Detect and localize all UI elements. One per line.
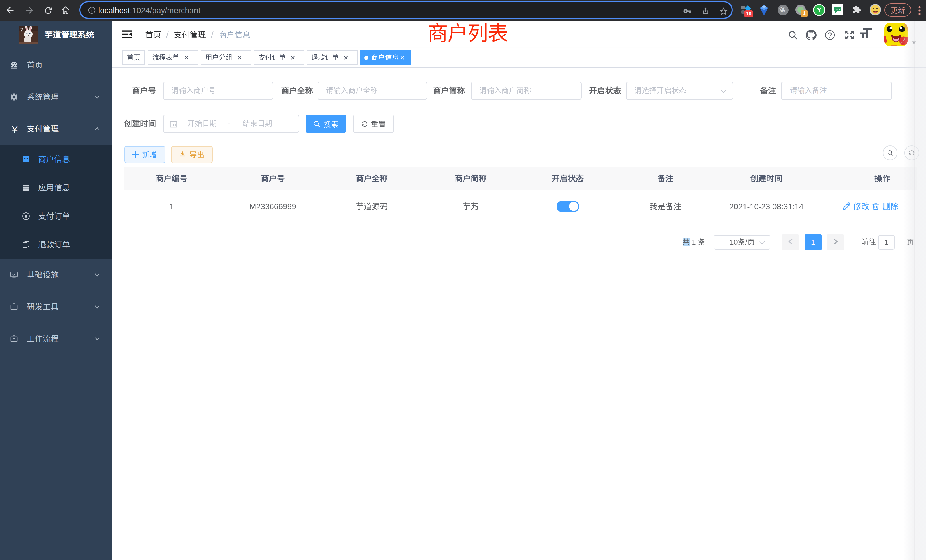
svg-text:⌘: ⌘	[780, 7, 786, 13]
